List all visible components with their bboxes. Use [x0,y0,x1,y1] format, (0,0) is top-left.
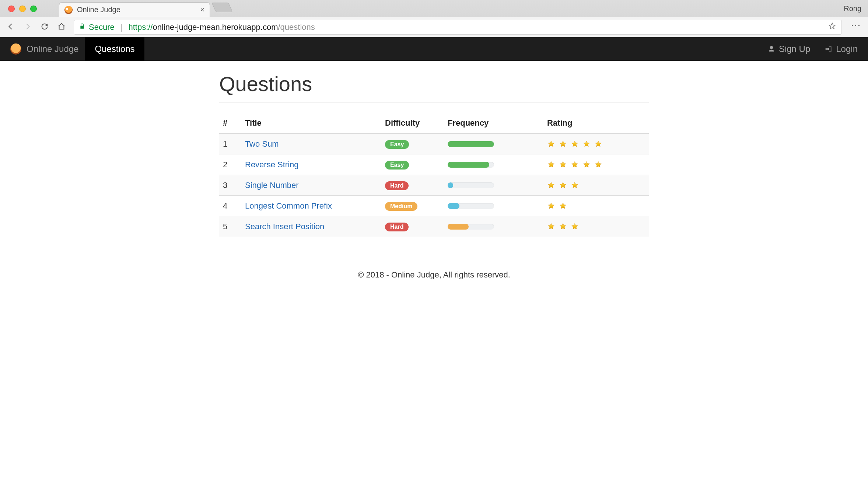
question-link[interactable]: Search Insert Position [245,222,324,231]
app-navbar: Online Judge Questions Sign Up Login [0,37,868,61]
forward-button [24,22,32,32]
reload-button[interactable] [41,22,49,32]
page-container: Questions # Title Difficulty Frequency R… [219,61,649,237]
difficulty-badge: Medium [385,202,417,211]
browser-tab[interactable]: Online Judge × [59,2,210,17]
home-button[interactable] [57,22,66,32]
footer-text: © 2018 - Online Judge, All rights reserv… [358,270,510,279]
rating-stars [547,140,645,148]
user-icon [768,45,775,53]
difficulty-badge: Easy [385,140,409,149]
cell-frequency [444,133,543,154]
rating-stars [547,202,645,210]
rating-stars [547,181,645,189]
browser-toolbar: Secure | https://online-judge-mean.herok… [0,17,868,37]
difficulty-badge: Hard [385,223,409,231]
nav-right: Sign Up Login [768,44,858,54]
tab-favicon [64,6,73,14]
nav-buttons [7,22,66,32]
frequency-bar [448,182,494,188]
cell-frequency [444,154,543,175]
window-controls [8,6,37,12]
th-number[interactable]: # [219,113,241,133]
cell-frequency [444,196,543,216]
frequency-bar [448,162,494,168]
cell-rating [543,216,649,237]
cell-number: 4 [219,196,241,216]
browser-profile-name[interactable]: Rong [844,4,861,13]
cell-difficulty: Medium [381,196,444,216]
tab-strip: Rong Online Judge × [0,0,868,17]
cell-rating [543,196,649,216]
cell-title: Longest Common Prefix [241,196,381,216]
cell-frequency [444,216,543,237]
cell-title: Search Insert Position [241,216,381,237]
cell-number: 2 [219,154,241,175]
cell-title: Two Sum [241,133,381,154]
browser-chrome: Rong Online Judge × [0,0,868,37]
cell-difficulty: Hard [381,216,444,237]
cell-number: 3 [219,175,241,196]
signup-link[interactable]: Sign Up [768,44,810,54]
th-frequency[interactable]: Frequency [444,113,543,133]
th-title[interactable]: Title [241,113,381,133]
cell-frequency [444,175,543,196]
login-link[interactable]: Login [825,44,858,54]
difficulty-badge: Hard [385,181,409,190]
brand-logo-icon [10,43,21,55]
table-row: 1Two SumEasy [219,133,649,154]
questions-table: # Title Difficulty Frequency Rating 1Two… [219,113,649,237]
close-window-button[interactable] [8,6,15,12]
question-link[interactable]: Reverse String [245,160,299,169]
login-icon [825,45,832,53]
brand[interactable]: Online Judge [10,43,78,55]
lock-icon [79,23,85,31]
difficulty-badge: Easy [385,161,409,170]
maximize-window-button[interactable] [30,6,37,12]
address-bar[interactable]: Secure | https://online-judge-mean.herok… [74,20,842,35]
login-label: Login [836,44,858,54]
rating-stars [547,161,645,169]
table-row: 2Reverse StringEasy [219,154,649,175]
table-row: 4Longest Common PrefixMedium [219,196,649,216]
new-tab-button[interactable] [211,3,233,12]
minimize-window-button[interactable] [19,6,26,12]
table-row: 3Single NumberHard [219,175,649,196]
footer: © 2018 - Online Judge, All rights reserv… [0,259,868,309]
separator: | [120,22,123,32]
question-link[interactable]: Two Sum [245,139,279,149]
browser-menu-icon[interactable]: ⋮ [850,21,861,34]
page-title: Questions [219,72,649,103]
question-link[interactable]: Longest Common Prefix [245,201,332,210]
cell-difficulty: Hard [381,175,444,196]
tabbar: Online Judge × [59,0,231,17]
cell-rating [543,133,649,154]
back-button[interactable] [7,22,15,32]
bookmark-star-icon[interactable] [828,22,836,32]
tab-title: Online Judge [77,6,196,14]
cell-difficulty: Easy [381,133,444,154]
nav-item-label: Questions [95,44,134,54]
question-link[interactable]: Single Number [245,181,299,190]
tab-close-icon[interactable]: × [200,6,204,14]
cell-title: Reverse String [241,154,381,175]
frequency-bar [448,203,494,209]
rating-stars [547,223,645,231]
frequency-bar [448,224,494,230]
cell-number: 5 [219,216,241,237]
nav-item-questions[interactable]: Questions [85,37,144,61]
cell-title: Single Number [241,175,381,196]
th-rating[interactable]: Rating [543,113,649,133]
table-row: 5Search Insert PositionHard [219,216,649,237]
frequency-bar [448,141,494,147]
secure-label: Secure [89,22,115,32]
cell-number: 1 [219,133,241,154]
th-difficulty[interactable]: Difficulty [381,113,444,133]
url-text: https://online-judge-mean.herokuapp.com/… [128,22,315,32]
brand-text: Online Judge [27,44,78,54]
cell-difficulty: Easy [381,154,444,175]
signup-label: Sign Up [779,44,810,54]
cell-rating [543,154,649,175]
cell-rating [543,175,649,196]
